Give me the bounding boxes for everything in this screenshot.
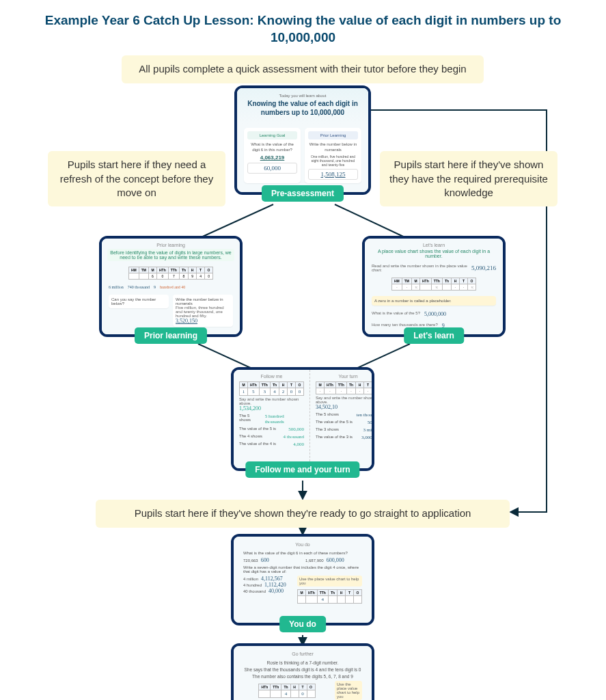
learn-prompt-ans: 5,090,216 [471, 265, 496, 271]
follow-right-num: 34,502,10 [316, 404, 372, 410]
card-lets-learn: Let's learn A place value chart shows th… [362, 236, 506, 337]
prior-pv-table: HMTMM HThTThTh HTO 6 078 940 [128, 267, 213, 280]
note-lower: Pupils start here if they've shown they'… [96, 500, 510, 527]
note-left: Pupils start here if they need a refresh… [48, 151, 225, 206]
pre-prior-answer: 1,508,125 [308, 169, 358, 180]
learn-prompt: Read and write the number shown in the p… [372, 264, 467, 272]
prior-side3: 9 [154, 285, 156, 289]
learn-head: Let's learn [370, 243, 497, 247]
card-pre-assessment: Today you will learn about Knowing the v… [234, 85, 371, 195]
card-label-youdo: You do [279, 616, 326, 632]
prior-head: Prior learning [107, 243, 234, 247]
pre-today-small: Today you will learn about [244, 94, 361, 98]
flow-diagram: All pupils complete a quick assessment w… [0, 55, 606, 700]
card-follow-me: Follow me MHThTThThHTO 1534200 Say and w… [231, 367, 374, 471]
page-title: Example Year 6 Catch Up Lesson: Knowing … [27, 12, 579, 46]
learn-sub: A place value chart shows the value of e… [370, 249, 497, 258]
pre-goal-question: What is the value of the digit 6 in this… [247, 142, 297, 152]
pre-prior-words: One million, five hundred and eight thou… [308, 154, 358, 167]
pre-goal-header: Learning Goal [247, 131, 297, 139]
youdo-head: You do [243, 542, 362, 547]
prior-q1: Can you say the number below? [111, 297, 166, 306]
card-label-prior: Prior learning [135, 327, 207, 344]
learn-yellow: A zero in a number is called a placehold… [372, 296, 496, 306]
follow-left-say: Say and write the number shown above. [239, 397, 304, 405]
further-l3: The number also contains the digits 5, 6… [243, 674, 362, 679]
youdo-q2: Write a seven-digit number that includes… [243, 565, 362, 574]
note-top: All pupils complete a quick assessment w… [122, 55, 484, 83]
prior-q2-ans: 3,520,150 [176, 318, 230, 324]
prior-side2: 740 thousand [128, 285, 150, 289]
further-head: Go further [243, 651, 362, 656]
further-hint: Use the place value chart to help you [335, 681, 362, 700]
card-label-follow: Follow me and your turn [245, 461, 359, 478]
learn-q1: What is the value of the 5? [372, 311, 420, 315]
card-you-do: You do What is the value of the digit 6 … [231, 534, 374, 625]
pre-prior-header: Prior Learning [308, 131, 358, 139]
card-label-learn: Let's learn [404, 327, 464, 344]
card-prior-learning: Prior learning Before identifying the va… [99, 236, 243, 337]
card-label-pre: Pre-assessment [262, 185, 344, 202]
further-l1: Rosie is thinking of a 7-digit number. [243, 660, 362, 665]
follow-left-num: 1,534,200 [239, 405, 304, 412]
note-right: Pupils start here if they've shown they … [380, 151, 557, 206]
follow-left-h: Follow me [239, 374, 304, 379]
pre-goal-answer: 60,000 [247, 163, 297, 174]
follow-right-say: Say and write the number shown above. [316, 396, 372, 404]
prior-q2-text: Five million, three hundred and twenty t… [176, 306, 230, 318]
follow-right-h: Your turn [316, 374, 372, 379]
further-l2: She says that the thousands digit is 4 a… [243, 667, 362, 672]
prior-sub: Before identifying the value of digits i… [107, 249, 234, 261]
learn-pv-table: HMTMM HThTThTh HTO ··⁙⁙··⁙ [391, 278, 476, 291]
prior-q2: Write the number below in numerals [176, 297, 230, 306]
prior-side1: 6 million [109, 285, 124, 289]
learn-q2: How many ten thousands are there? [372, 323, 438, 327]
youdo-q1: What is the value of the digit 6 in each… [243, 551, 362, 555]
pre-goal-number: 4,063,219 [247, 154, 297, 161]
card-go-further: Go further Rosie is thinking of a 7-digi… [231, 643, 374, 700]
youdo-hint: Use the place value chart to help you [297, 576, 362, 587]
learn-q1-ans: 5,000,000 [424, 311, 446, 317]
prior-side4: hundred and 40 [160, 285, 185, 289]
pre-prior-question: Write the number below in numerals [308, 142, 358, 152]
pre-today-main: Knowing the value of each digit in numbe… [244, 100, 361, 117]
